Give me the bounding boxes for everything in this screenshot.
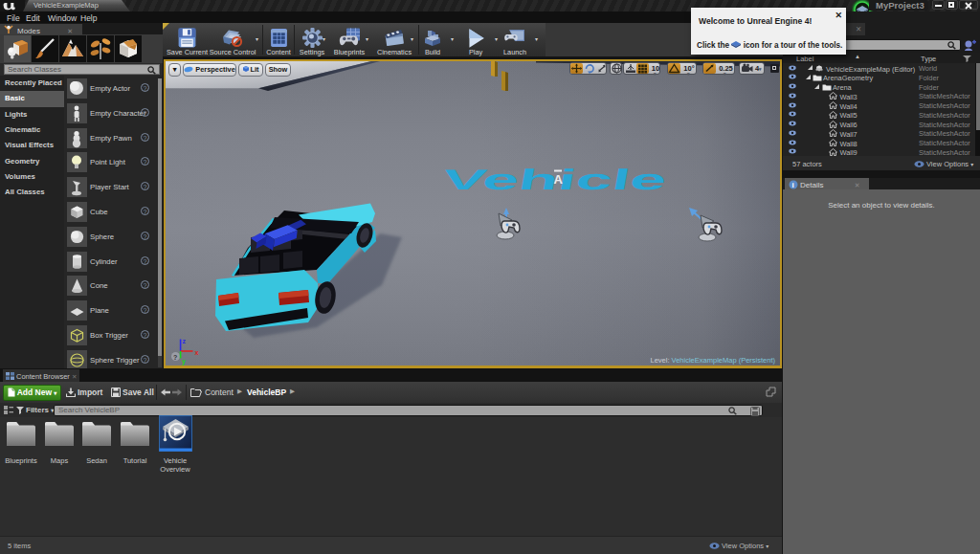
svg-text:Level: VehicleExampleMap (Per: Level: VehicleExampleMap (Persistent) bbox=[651, 356, 776, 365]
svg-text:?: ? bbox=[173, 353, 177, 360]
svg-text:i: i bbox=[791, 180, 793, 188]
svg-text:y: y bbox=[182, 357, 186, 365]
svg-text:z: z bbox=[183, 338, 187, 344]
svg-text:A: A bbox=[554, 171, 564, 186]
svg-text:x: x bbox=[195, 348, 199, 355]
